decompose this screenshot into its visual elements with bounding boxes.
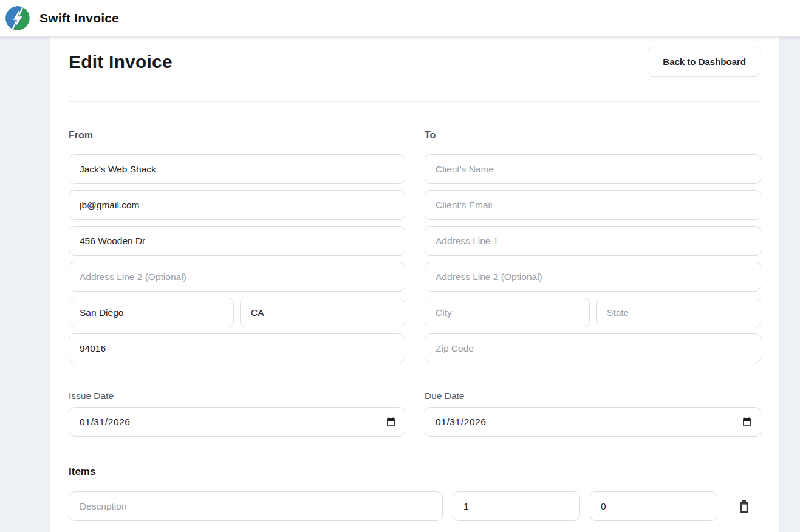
- issue-date-field: [69, 407, 405, 437]
- to-name-input[interactable]: [425, 154, 761, 184]
- to-section-label: To: [425, 130, 761, 141]
- to-address2-input[interactable]: [425, 262, 761, 292]
- from-state-input[interactable]: [240, 298, 405, 327]
- from-email-input[interactable]: [69, 190, 405, 220]
- to-zip-input[interactable]: [425, 333, 761, 363]
- app-header: Swift Invoice: [0, 0, 800, 37]
- due-date-calendar-icon[interactable]: [741, 417, 752, 428]
- title-row: Edit Invoice Back to Dashboard: [69, 47, 761, 77]
- delete-item-button[interactable]: [727, 491, 761, 521]
- due-date-input[interactable]: [425, 407, 761, 437]
- issue-date-group: Issue Date: [69, 390, 405, 437]
- title-divider: [69, 101, 761, 102]
- from-city-input[interactable]: [69, 298, 234, 327]
- dates-section: Issue Date Due Date: [69, 390, 761, 437]
- app-logo-lightning-icon: [4, 5, 31, 32]
- address-section: From To: [69, 130, 761, 363]
- page-title: Edit Invoice: [69, 47, 173, 77]
- from-zip-input[interactable]: [69, 333, 405, 363]
- to-column: To: [425, 130, 761, 363]
- to-address1-input[interactable]: [425, 226, 761, 256]
- from-fields: [69, 154, 405, 363]
- from-city-state-row: [69, 298, 405, 327]
- items-section: Items: [69, 466, 761, 521]
- from-column: From: [69, 130, 405, 363]
- issue-date-input[interactable]: [69, 407, 405, 437]
- back-to-dashboard-button[interactable]: Back to Dashboard: [648, 47, 761, 77]
- trash-icon: [738, 500, 750, 513]
- from-address2-input[interactable]: [69, 262, 405, 292]
- issue-date-calendar-icon[interactable]: [385, 417, 396, 428]
- to-state-input[interactable]: [596, 298, 761, 327]
- to-city-state-row: [425, 298, 761, 327]
- item-description-input[interactable]: [69, 491, 443, 521]
- item-price-input[interactable]: [590, 491, 717, 521]
- due-date-field: [425, 407, 761, 437]
- due-date-label: Due Date: [425, 390, 761, 401]
- due-date-group: Due Date: [425, 390, 761, 437]
- from-name-input[interactable]: [69, 154, 405, 184]
- from-address1-input[interactable]: [69, 226, 405, 256]
- edit-invoice-card: Edit Invoice Back to Dashboard From To: [50, 37, 779, 532]
- item-row: [69, 491, 761, 521]
- to-city-input[interactable]: [425, 298, 590, 327]
- to-fields: [425, 154, 761, 363]
- to-email-input[interactable]: [425, 190, 761, 220]
- items-section-label: Items: [69, 466, 761, 478]
- app-title: Swift Invoice: [39, 11, 119, 26]
- from-section-label: From: [69, 130, 405, 141]
- issue-date-label: Issue Date: [69, 390, 405, 401]
- item-quantity-input[interactable]: [453, 491, 580, 521]
